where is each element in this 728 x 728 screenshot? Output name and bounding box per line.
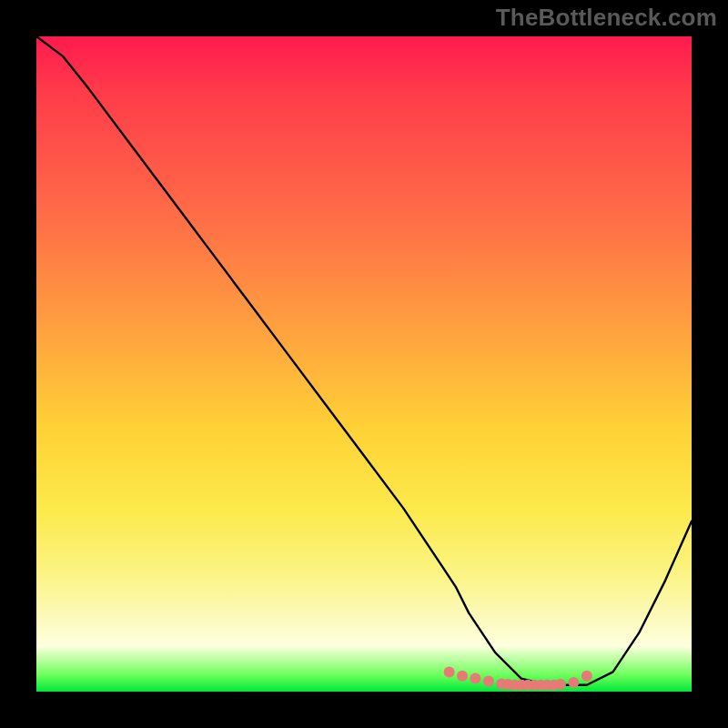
marker-dot [470, 673, 480, 684]
chart-frame: TheBottleneck.com [0, 0, 728, 728]
marker-dot [568, 677, 579, 688]
marker-dot [483, 676, 494, 687]
watermark-text: TheBottleneck.com [496, 4, 717, 32]
marker-dot [444, 666, 455, 677]
marker-dot [581, 671, 592, 682]
bottleneck-curve [36, 36, 692, 685]
marker-dot [555, 679, 566, 690]
optimal-range-markers [444, 666, 592, 690]
curve-layer [36, 36, 692, 692]
marker-dot [457, 671, 468, 682]
gradient-plot-area [36, 36, 692, 692]
